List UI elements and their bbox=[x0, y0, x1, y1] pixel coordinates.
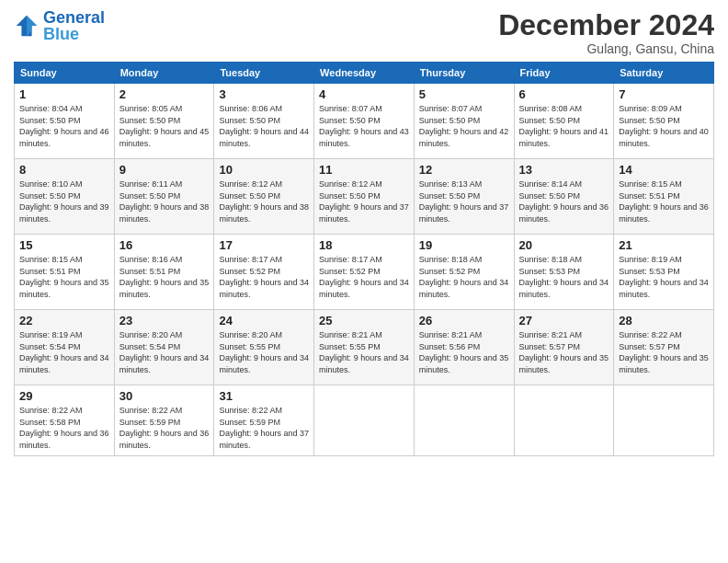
table-row: 1 Sunrise: 8:04 AM Sunset: 5:50 PM Dayli… bbox=[15, 84, 115, 159]
day-detail: Sunrise: 8:16 AM Sunset: 5:51 PM Dayligh… bbox=[119, 254, 210, 300]
table-row: 6 Sunrise: 8:08 AM Sunset: 5:50 PM Dayli… bbox=[514, 84, 614, 159]
table-row: 23 Sunrise: 8:20 AM Sunset: 5:54 PM Dayl… bbox=[114, 310, 214, 385]
table-row: 14 Sunrise: 8:15 AM Sunset: 5:51 PM Dayl… bbox=[614, 159, 714, 235]
day-detail: Sunrise: 8:22 AM Sunset: 5:58 PM Dayligh… bbox=[19, 405, 109, 451]
day-number: 18 bbox=[319, 238, 409, 252]
day-detail: Sunrise: 8:21 AM Sunset: 5:55 PM Dayligh… bbox=[319, 329, 409, 375]
day-number: 23 bbox=[119, 314, 210, 327]
day-detail: Sunrise: 8:13 AM Sunset: 5:50 PM Dayligh… bbox=[419, 178, 509, 224]
table-row: 31 Sunrise: 8:22 AM Sunset: 5:59 PM Dayl… bbox=[214, 385, 314, 455]
table-row: 9 Sunrise: 8:11 AM Sunset: 5:50 PM Dayli… bbox=[114, 159, 214, 235]
table-row: 25 Sunrise: 8:21 AM Sunset: 5:55 PM Dayl… bbox=[314, 310, 415, 385]
day-number: 13 bbox=[519, 163, 609, 177]
day-number: 3 bbox=[219, 87, 309, 101]
table-row bbox=[314, 385, 415, 455]
day-detail: Sunrise: 8:07 AM Sunset: 5:50 PM Dayligh… bbox=[419, 103, 509, 149]
day-detail: Sunrise: 8:21 AM Sunset: 5:56 PM Dayligh… bbox=[419, 329, 509, 375]
col-monday: Monday bbox=[114, 63, 214, 84]
table-row: 22 Sunrise: 8:19 AM Sunset: 5:54 PM Dayl… bbox=[15, 310, 115, 385]
col-friday: Friday bbox=[514, 63, 614, 84]
col-sunday: Sunday bbox=[15, 63, 115, 84]
table-row: 18 Sunrise: 8:17 AM Sunset: 5:52 PM Dayl… bbox=[314, 235, 415, 310]
day-detail: Sunrise: 8:12 AM Sunset: 5:50 PM Dayligh… bbox=[319, 178, 409, 224]
day-number: 29 bbox=[19, 389, 109, 403]
day-detail: Sunrise: 8:10 AM Sunset: 5:50 PM Dayligh… bbox=[19, 178, 109, 224]
table-row: 17 Sunrise: 8:17 AM Sunset: 5:52 PM Dayl… bbox=[214, 235, 314, 310]
page-container: GeneralBlue December 2024 Gulang, Gansu,… bbox=[0, 0, 728, 461]
day-number: 14 bbox=[619, 163, 709, 177]
day-number: 17 bbox=[219, 238, 309, 252]
table-row: 16 Sunrise: 8:16 AM Sunset: 5:51 PM Dayl… bbox=[114, 235, 214, 310]
day-detail: Sunrise: 8:11 AM Sunset: 5:50 PM Dayligh… bbox=[119, 178, 210, 224]
day-detail: Sunrise: 8:05 AM Sunset: 5:50 PM Dayligh… bbox=[119, 103, 210, 149]
table-row: 7 Sunrise: 8:09 AM Sunset: 5:50 PM Dayli… bbox=[614, 84, 714, 159]
day-detail: Sunrise: 8:19 AM Sunset: 5:54 PM Dayligh… bbox=[19, 329, 109, 375]
table-row: 24 Sunrise: 8:20 AM Sunset: 5:55 PM Dayl… bbox=[214, 310, 314, 385]
day-detail: Sunrise: 8:07 AM Sunset: 5:50 PM Dayligh… bbox=[319, 103, 409, 149]
logo-text: GeneralBlue bbox=[43, 9, 105, 42]
day-number: 26 bbox=[419, 314, 509, 327]
day-number: 28 bbox=[619, 314, 709, 327]
day-number: 10 bbox=[219, 163, 309, 177]
day-detail: Sunrise: 8:19 AM Sunset: 5:53 PM Dayligh… bbox=[619, 254, 709, 300]
day-detail: Sunrise: 8:08 AM Sunset: 5:50 PM Dayligh… bbox=[519, 103, 609, 149]
day-number: 9 bbox=[119, 163, 210, 177]
day-number: 4 bbox=[319, 87, 409, 101]
day-detail: Sunrise: 8:17 AM Sunset: 5:52 PM Dayligh… bbox=[219, 254, 309, 300]
table-row: 11 Sunrise: 8:12 AM Sunset: 5:50 PM Dayl… bbox=[314, 159, 415, 235]
table-row bbox=[414, 385, 514, 455]
day-detail: Sunrise: 8:21 AM Sunset: 5:57 PM Dayligh… bbox=[519, 329, 609, 375]
day-number: 22 bbox=[19, 314, 109, 327]
table-row bbox=[614, 385, 714, 455]
main-title: December 2024 bbox=[498, 9, 714, 41]
logo-general: General bbox=[43, 8, 105, 27]
table-row: 19 Sunrise: 8:18 AM Sunset: 5:52 PM Dayl… bbox=[414, 235, 514, 310]
table-row: 26 Sunrise: 8:21 AM Sunset: 5:56 PM Dayl… bbox=[414, 310, 514, 385]
table-row: 4 Sunrise: 8:07 AM Sunset: 5:50 PM Dayli… bbox=[314, 84, 415, 159]
day-number: 19 bbox=[419, 238, 509, 252]
day-detail: Sunrise: 8:18 AM Sunset: 5:53 PM Dayligh… bbox=[519, 254, 609, 300]
table-row: 3 Sunrise: 8:06 AM Sunset: 5:50 PM Dayli… bbox=[214, 84, 314, 159]
day-detail: Sunrise: 8:15 AM Sunset: 5:51 PM Dayligh… bbox=[619, 178, 709, 224]
col-tuesday: Tuesday bbox=[214, 63, 314, 84]
title-block: December 2024 Gulang, Gansu, China bbox=[498, 9, 714, 56]
table-row: 29 Sunrise: 8:22 AM Sunset: 5:58 PM Dayl… bbox=[15, 385, 115, 455]
day-detail: Sunrise: 8:15 AM Sunset: 5:51 PM Dayligh… bbox=[19, 254, 109, 300]
day-number: 20 bbox=[519, 238, 609, 252]
table-row: 5 Sunrise: 8:07 AM Sunset: 5:50 PM Dayli… bbox=[414, 84, 514, 159]
table-row: 13 Sunrise: 8:14 AM Sunset: 5:50 PM Dayl… bbox=[514, 159, 614, 235]
day-number: 27 bbox=[519, 314, 609, 327]
day-detail: Sunrise: 8:18 AM Sunset: 5:52 PM Dayligh… bbox=[419, 254, 509, 300]
day-number: 11 bbox=[319, 163, 409, 177]
logo-icon bbox=[14, 13, 40, 39]
day-number: 2 bbox=[119, 87, 210, 101]
logo-blue: Blue bbox=[43, 25, 79, 43]
col-wednesday: Wednesday bbox=[314, 63, 415, 84]
day-number: 21 bbox=[619, 238, 709, 252]
col-saturday: Saturday bbox=[614, 63, 714, 84]
day-number: 24 bbox=[219, 314, 309, 327]
day-detail: Sunrise: 8:06 AM Sunset: 5:50 PM Dayligh… bbox=[219, 103, 309, 149]
day-number: 12 bbox=[419, 163, 509, 177]
day-detail: Sunrise: 8:04 AM Sunset: 5:50 PM Dayligh… bbox=[19, 103, 109, 149]
col-thursday: Thursday bbox=[414, 63, 514, 84]
header: GeneralBlue December 2024 Gulang, Gansu,… bbox=[14, 9, 714, 56]
day-detail: Sunrise: 8:22 AM Sunset: 5:57 PM Dayligh… bbox=[619, 329, 709, 375]
calendar-table: Sunday Monday Tuesday Wednesday Thursday… bbox=[14, 62, 714, 455]
day-number: 8 bbox=[19, 163, 109, 177]
table-row: 12 Sunrise: 8:13 AM Sunset: 5:50 PM Dayl… bbox=[414, 159, 514, 235]
day-number: 6 bbox=[519, 87, 609, 101]
day-detail: Sunrise: 8:22 AM Sunset: 5:59 PM Dayligh… bbox=[219, 405, 309, 451]
day-number: 15 bbox=[19, 238, 109, 252]
logo: GeneralBlue bbox=[14, 9, 105, 42]
day-number: 31 bbox=[219, 389, 309, 403]
table-row: 8 Sunrise: 8:10 AM Sunset: 5:50 PM Dayli… bbox=[15, 159, 115, 235]
table-row: 2 Sunrise: 8:05 AM Sunset: 5:50 PM Dayli… bbox=[114, 84, 214, 159]
table-row: 21 Sunrise: 8:19 AM Sunset: 5:53 PM Dayl… bbox=[614, 235, 714, 310]
day-number: 5 bbox=[419, 87, 509, 101]
day-detail: Sunrise: 8:20 AM Sunset: 5:54 PM Dayligh… bbox=[119, 329, 210, 375]
table-row: 28 Sunrise: 8:22 AM Sunset: 5:57 PM Dayl… bbox=[614, 310, 714, 385]
calendar-header-row: Sunday Monday Tuesday Wednesday Thursday… bbox=[15, 63, 714, 84]
day-detail: Sunrise: 8:09 AM Sunset: 5:50 PM Dayligh… bbox=[619, 103, 709, 149]
table-row: 10 Sunrise: 8:12 AM Sunset: 5:50 PM Dayl… bbox=[214, 159, 314, 235]
